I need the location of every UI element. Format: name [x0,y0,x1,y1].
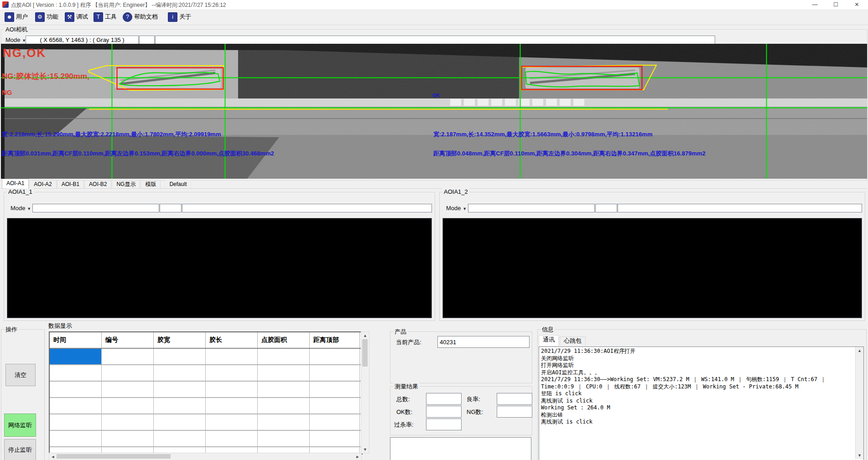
toolbar-button-tools[interactable]: T 工具 [92,11,119,22]
camera-image-view[interactable]: NG,OK NG:胶体过长:15.290mm, NG OK 宽:2.218mm,… [1,44,867,179]
toolbar-button-debug[interactable]: ⚒ 调试 [63,11,90,22]
scrollbar-thumb[interactable] [362,339,368,367]
table-cell[interactable] [310,431,360,446]
table-cell[interactable] [102,398,154,413]
scroll-left-icon[interactable]: ◄ [50,455,56,459]
measurement-result-label: 测量结果 [393,382,420,391]
table-cell[interactable] [50,431,102,446]
table-cell[interactable] [310,414,360,430]
table-row[interactable] [50,414,362,431]
info-icon: i [168,12,177,22]
col-header-distance-top[interactable]: 距离顶部 [310,332,360,348]
table-cell[interactable] [102,431,154,446]
col-header-id[interactable]: 编号 [102,332,154,348]
tab-aoi-b2[interactable]: AOI-B2 [84,180,111,189]
table-cell[interactable] [154,398,206,413]
clear-button[interactable]: 清空 [5,364,36,386]
table-cell[interactable] [50,398,102,413]
stop-listen-button[interactable]: 停止监听 [4,439,36,460]
scroll-down-icon[interactable]: ▼ [856,453,863,458]
col-header-glue-width[interactable]: 胶宽 [154,332,206,348]
table-cell[interactable] [206,398,258,413]
aoia1-1-label: AOIA1_1 [7,188,34,195]
tab-ng-display[interactable]: NG显示 [112,180,140,189]
table-cell[interactable] [102,349,154,364]
tab-default[interactable]: Default [165,180,191,189]
table-vertical-scrollbar[interactable]: ▲ ▼ [361,331,369,454]
network-listen-button[interactable]: 网络监听 [4,413,36,437]
minimize-button[interactable]: — [805,0,825,10]
tab-aoi-b1[interactable]: AOI-B1 [57,180,84,189]
aoia1-1-mode-dropdown[interactable]: Mode ▼ [9,204,33,212]
table-cell[interactable] [206,365,258,381]
table-cell[interactable] [310,349,360,364]
camera-mode-dropdown[interactable]: Mode ▼ [4,36,28,44]
tab-heartbeat[interactable]: 心跳包 [560,336,586,346]
table-cell[interactable] [206,382,258,397]
table-cell[interactable] [258,365,310,381]
toolbar-button-about[interactable]: i 关于 [166,11,193,22]
table-cell[interactable] [258,398,310,413]
communication-log[interactable]: 2021/7/29 11:36:30:AOI程序打开 关闭网络监听 打开网络监听… [539,346,864,460]
table-row[interactable] [50,382,362,398]
table-cell[interactable] [50,414,102,430]
scroll-up-icon[interactable]: ▲ [361,333,369,338]
table-cell[interactable] [102,365,154,381]
table-cell[interactable] [206,349,258,364]
current-product-field[interactable] [437,336,530,348]
table-cell[interactable] [154,349,206,364]
table-cell[interactable] [258,382,310,397]
table-cell[interactable] [310,382,360,397]
table-horizontal-scrollbar[interactable]: ◄ ► [49,453,362,460]
table-cell[interactable] [154,365,206,381]
table-cell[interactable] [310,398,360,413]
col-header-glue-length[interactable]: 胶长 [206,332,258,348]
table-row[interactable] [50,398,362,414]
table-cell[interactable] [102,382,154,397]
col-header-glue-area[interactable]: 点胶面积 [258,332,310,348]
table-cell[interactable] [154,382,206,397]
aoia1-1-readout-box [32,204,159,212]
data-display-label: 数据显示 [48,322,72,330]
scroll-up-icon[interactable]: ▲ [856,348,863,353]
aoia1-1-image-view[interactable] [7,218,432,318]
table-cell[interactable] [258,349,310,364]
table-cell[interactable] [258,414,310,430]
table-cell[interactable] [154,431,206,446]
aoia1-2-mode-dropdown[interactable]: Mode ▼ [444,204,468,212]
maximize-button[interactable]: ☐ [826,0,846,10]
right-stats-line1: 宽:2.187mm,长:14.352mm,最大胶宽:1.5663mm,最小:0.… [433,130,653,139]
scroll-down-icon[interactable]: ▼ [361,447,369,452]
table-cell[interactable] [154,414,206,430]
table-row[interactable] [50,431,362,447]
table-cell[interactable] [206,414,258,430]
data-table: 时间 编号 胶宽 胶长 点胶面积 距离顶部 [49,331,363,455]
product-group-label: 产品 [393,328,408,336]
scrollbar-thumb[interactable] [57,454,171,459]
tab-aoi-a2[interactable]: AOI-A2 [29,180,56,189]
tab-template[interactable]: 模版 [140,180,161,189]
table-row[interactable] [50,365,362,382]
table-cell[interactable] [50,365,102,381]
aoia1-2-readout-box [468,204,595,212]
tab-aoi-a1[interactable]: AOI-A1 [2,179,29,189]
scroll-right-icon[interactable]: ► [355,455,360,459]
aoia1-2-image-view[interactable] [442,218,862,318]
table-cell[interactable] [206,431,258,446]
toolbar-button-function[interactable]: ⚙ 功能 [33,11,60,22]
table-row[interactable] [50,349,362,365]
aoia1-2-label: AOIA1_2 [442,188,469,195]
table-cell[interactable] [310,365,360,381]
selected-table-cell[interactable] [50,349,102,364]
col-header-time[interactable]: 时间 [50,332,102,348]
ng-reason-text: NG:胶体过长:15.290mm, [2,71,89,82]
log-vertical-scrollbar[interactable]: ▲ ▼ [855,347,863,459]
toolbar-button-help[interactable]: ? 帮助文档 [121,11,160,22]
toolbar-button-user[interactable]: ☻ 用户 [3,11,30,22]
measurement-result-group: 测量结果 总数: 良率: OK数: NG数: 过杀率: [390,386,532,435]
close-button[interactable]: ✕ [847,0,867,10]
table-cell[interactable] [102,414,154,430]
table-cell[interactable] [50,382,102,397]
table-cell[interactable] [258,431,310,446]
tab-communication[interactable]: 通讯 [539,335,559,346]
